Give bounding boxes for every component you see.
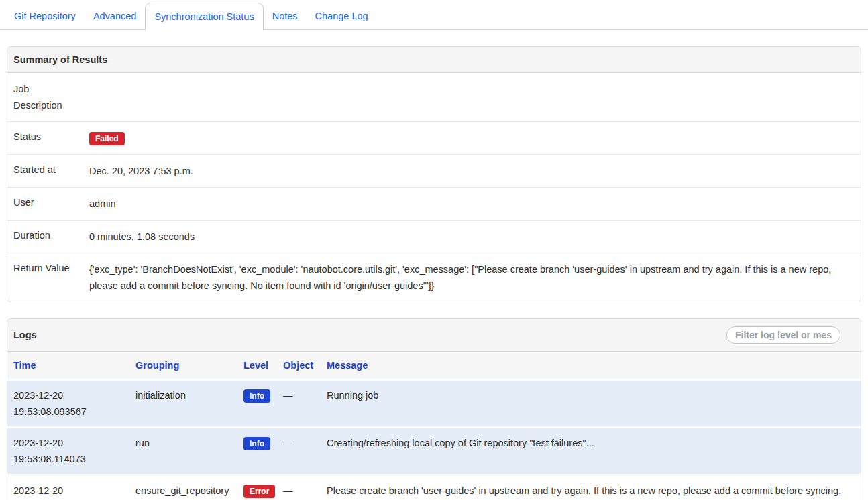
log-time: 2023-12-20 19:53:08.114073 bbox=[7, 428, 135, 475]
log-level-info-badge: Info bbox=[243, 389, 270, 403]
sort-level-header[interactable]: Level bbox=[243, 360, 268, 371]
log-level-error-badge: Error bbox=[243, 485, 275, 498]
log-row: 2023-12-20 19:53:08.114073 run Info — Cr… bbox=[7, 428, 861, 475]
log-time: 2023-12-20 19:53:08.093567 bbox=[7, 380, 135, 428]
tab-notes[interactable]: Notes bbox=[264, 3, 307, 29]
sort-message-header[interactable]: Message bbox=[327, 360, 368, 371]
tab-advanced[interactable]: Advanced bbox=[85, 3, 146, 29]
tab-synchronization-status[interactable]: Synchronization Status bbox=[145, 3, 263, 30]
log-grouping: run bbox=[135, 428, 243, 475]
logs-panel-title: Logs bbox=[13, 330, 37, 340]
sort-time-header[interactable]: Time bbox=[13, 360, 36, 371]
log-grouping: initialization bbox=[135, 380, 243, 428]
summary-row-duration: Duration 0 minutes, 1.08 seconds bbox=[7, 221, 861, 253]
user-label: User bbox=[7, 188, 89, 221]
log-time: 2023-12-20 19:53:09.076987 bbox=[7, 475, 135, 500]
status-label: Status bbox=[7, 122, 89, 155]
detail-tabs: Git Repository Advanced Synchronization … bbox=[0, 0, 868, 30]
description-label: Description bbox=[13, 97, 78, 113]
log-message: Running job bbox=[327, 380, 861, 428]
logs-header-row: Time Grouping Level Object Message bbox=[7, 352, 861, 380]
logs-table: Time Grouping Level Object Message 2023-… bbox=[7, 352, 861, 500]
log-object: — bbox=[283, 428, 327, 475]
summary-row-started-at: Started at Dec. 20, 2023 7:53 p.m. bbox=[7, 155, 861, 188]
return-value-label: Return Value bbox=[7, 253, 89, 302]
job-description-value bbox=[89, 73, 861, 122]
summary-row-status: Status Failed bbox=[7, 122, 861, 155]
log-filter-input[interactable] bbox=[726, 326, 840, 344]
log-grouping: ensure_git_repository bbox=[135, 475, 243, 500]
summary-row-return-value: Return Value {'exc_type': 'BranchDoesNot… bbox=[7, 253, 861, 302]
summary-table: Job Description Status Failed Started at… bbox=[7, 73, 861, 302]
log-message: Please create branch 'user-guides' in up… bbox=[327, 475, 861, 500]
duration-label: Duration bbox=[7, 221, 89, 253]
log-row: 2023-12-20 19:53:08.093567 initializatio… bbox=[7, 380, 861, 428]
duration-value: 0 minutes, 1.08 seconds bbox=[89, 221, 861, 253]
status-failed-badge: Failed bbox=[89, 132, 125, 145]
log-object: — bbox=[283, 475, 327, 500]
log-object: — bbox=[283, 380, 327, 428]
summary-panel-title: Summary of Results bbox=[13, 54, 107, 65]
job-label: Job bbox=[13, 81, 78, 97]
started-at-label: Started at bbox=[7, 155, 89, 188]
summary-panel: Summary of Results Job Description Statu… bbox=[7, 46, 861, 302]
user-value: admin bbox=[89, 188, 861, 221]
log-row: 2023-12-20 19:53:09.076987 ensure_git_re… bbox=[7, 475, 861, 500]
started-at-value: Dec. 20, 2023 7:53 p.m. bbox=[89, 155, 861, 188]
summary-row-user: User admin bbox=[7, 188, 861, 221]
sort-object-header[interactable]: Object bbox=[283, 360, 313, 371]
log-message: Creating/refreshing local copy of Git re… bbox=[327, 428, 861, 475]
tab-change-log[interactable]: Change Log bbox=[307, 3, 377, 29]
sort-grouping-header[interactable]: Grouping bbox=[135, 360, 179, 371]
return-value-text: {'exc_type': 'BranchDoesNotExist', 'exc_… bbox=[89, 253, 861, 302]
logs-panel: Logs Time Grouping Level Object Message … bbox=[7, 318, 861, 500]
log-level-info-badge: Info bbox=[243, 437, 270, 450]
summary-row-job-description: Job Description bbox=[7, 73, 861, 122]
tab-git-repository[interactable]: Git Repository bbox=[5, 3, 85, 29]
